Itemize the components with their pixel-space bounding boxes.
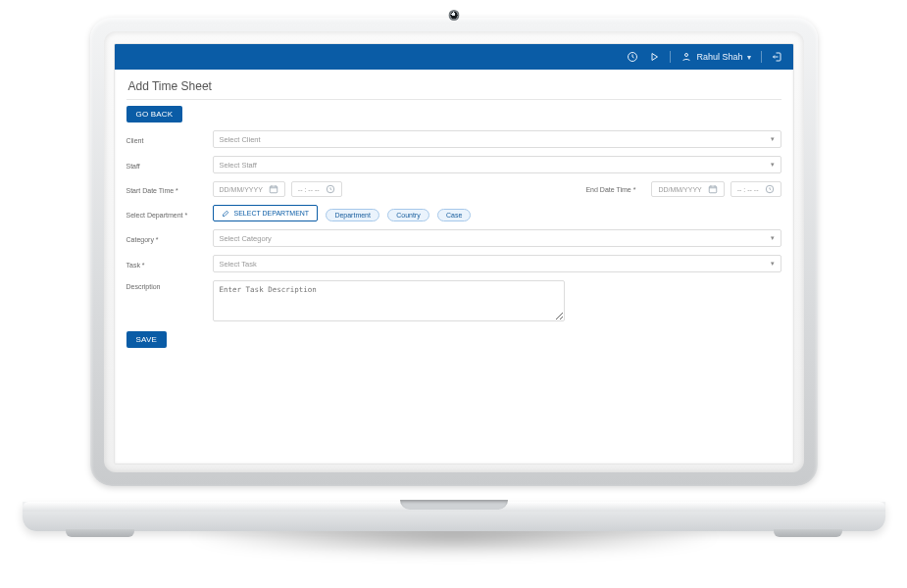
title-divider [126,99,781,100]
start-time-placeholder: -- : -- -- [298,186,320,193]
start-date-input[interactable]: DD/MM/YYYY [213,181,285,197]
select-staff-placeholder: Select Staff [220,161,257,170]
select-task[interactable]: Select Task ▾ [213,255,781,272]
row-description: Description [126,280,781,323]
select-category-placeholder: Select Category [220,234,272,243]
label-staff: Staff [126,160,213,170]
label-department: Select Department * [126,209,213,219]
svg-rect-4 [709,186,717,193]
user-name: Rahul Shah [696,52,742,62]
description-textarea[interactable] [213,280,566,321]
row-department: Select Department * SELECT DEPARTMENT De… [126,205,781,221]
svg-point-1 [685,54,688,57]
select-client-placeholder: Select Client [220,135,261,144]
label-client: Client [126,134,213,144]
logout-icon[interactable] [772,51,783,63]
topbar-separator-2 [761,51,762,63]
edit-icon [222,209,230,218]
row-datetime: Start Date Time * DD/MM/YYYY -- : [126,181,781,197]
label-description: Description [126,280,213,290]
select-department-button-label: SELECT DEPARTMENT [234,210,310,217]
laptop-base [23,502,885,531]
chevron-down-icon: ▾ [771,135,775,143]
laptop-foot-right [774,529,842,537]
topbar: Rahul Shah ▾ [115,44,793,70]
row-client: Client Select Client ▾ [126,130,781,148]
chevron-down-icon: ▾ [771,161,775,169]
chip-country[interactable]: Country [387,209,429,221]
save-button[interactable]: SAVE [126,331,168,348]
end-date-placeholder: DD/MM/YYYY [658,186,701,193]
label-end-datetime: End Date Time * [585,186,635,193]
laptop-mockup: Rahul Shah ▾ Add Time Sheet GO BACK [90,18,818,506]
page-title: Add Time Sheet [128,79,781,93]
select-category[interactable]: Select Category ▾ [213,229,781,247]
row-category: Category * Select Category ▾ [126,229,781,247]
label-start-datetime: Start Date Time * [126,184,213,194]
select-task-placeholder: Select Task [220,260,257,269]
end-date-input[interactable]: DD/MM/YYYY [651,181,724,197]
play-icon[interactable] [648,51,660,63]
start-date-placeholder: DD/MM/YYYY [220,186,263,193]
select-department-button[interactable]: SELECT DEPARTMENT [213,205,319,221]
clock-icon [765,184,775,194]
laptop-notch [400,500,508,510]
user-menu[interactable]: Rahul Shah ▾ [680,51,750,63]
clock-icon [326,184,335,194]
end-time-input[interactable]: -- : -- -- [731,181,781,197]
timesheet-form: Client Select Client ▾ Staff [126,130,781,348]
row-task: Task * Select Task ▾ [126,255,781,272]
laptop-foot-left [66,529,134,537]
start-time-input[interactable]: -- : -- -- [291,181,342,197]
svg-rect-2 [270,186,277,193]
clock-icon[interactable] [627,51,638,63]
select-client[interactable]: Select Client ▾ [213,130,781,148]
chip-department[interactable]: Department [326,209,379,221]
label-task: Task * [126,259,213,269]
topbar-separator [670,51,671,63]
label-category: Category * [126,233,213,243]
chip-case[interactable]: Case [437,209,471,221]
row-staff: Staff Select Staff ▾ [126,156,781,173]
chevron-down-icon: ▾ [747,53,751,62]
go-back-button[interactable]: GO BACK [126,106,183,122]
end-time-placeholder: -- : -- -- [737,186,759,193]
chevron-down-icon: ▾ [771,260,775,268]
page-body: Add Time Sheet GO BACK Client Select Cli… [115,70,793,360]
select-staff[interactable]: Select Staff ▾ [213,156,781,173]
chevron-down-icon: ▾ [771,234,775,242]
app-screen: Rahul Shah ▾ Add Time Sheet GO BACK [114,43,794,465]
calendar-icon [269,184,278,194]
calendar-icon [708,184,718,194]
laptop-camera [448,10,459,21]
